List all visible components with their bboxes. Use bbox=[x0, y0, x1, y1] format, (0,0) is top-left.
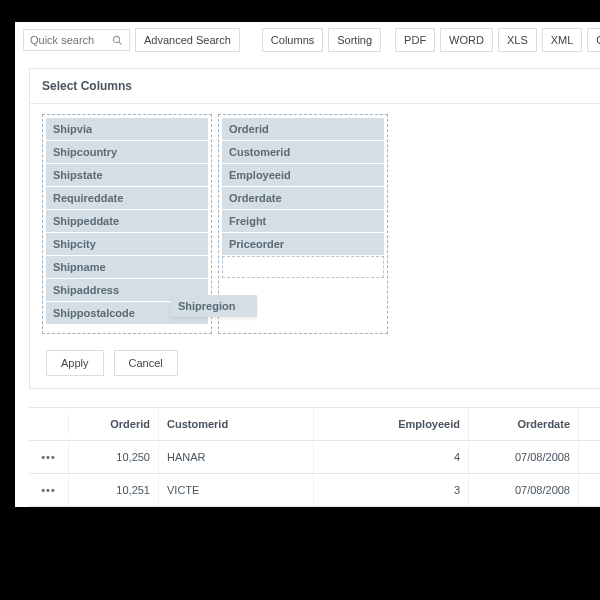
panel-title: Select Columns bbox=[30, 69, 600, 104]
selected-column-item[interactable]: Freight bbox=[222, 210, 384, 232]
quick-search-wrap[interactable] bbox=[23, 29, 130, 51]
apply-button[interactable]: Apply bbox=[46, 350, 104, 376]
search-icon bbox=[112, 35, 123, 46]
cell-spacer bbox=[579, 480, 600, 500]
export-csv-button[interactable]: CSV bbox=[587, 28, 600, 52]
dragging-column-item[interactable]: Shipregion bbox=[171, 295, 257, 317]
export-xls-button[interactable]: XLS bbox=[498, 28, 537, 52]
svg-point-0 bbox=[113, 36, 119, 42]
available-column-item[interactable]: Shipvia bbox=[46, 118, 208, 140]
cell-orderdate: 07/08/2008 bbox=[469, 474, 579, 506]
cancel-button[interactable]: Cancel bbox=[114, 350, 178, 376]
grid-header-orderdate[interactable]: Orderdate bbox=[469, 408, 579, 440]
available-column-item[interactable]: Shippeddate bbox=[46, 210, 208, 232]
sorting-button[interactable]: Sorting bbox=[328, 28, 381, 52]
cell-spacer bbox=[579, 447, 600, 467]
quick-search-input[interactable] bbox=[30, 34, 108, 46]
selected-column-item[interactable]: Orderdate bbox=[222, 187, 384, 209]
toolbar: Advanced Search Columns Sorting PDF WORD… bbox=[15, 22, 600, 58]
table-row: •••10,250HANAR407/08/2008 bbox=[29, 441, 600, 474]
grid-header-spacer bbox=[579, 414, 600, 434]
grid-header-actions bbox=[29, 414, 69, 434]
cell-employeeid: 4 bbox=[314, 441, 469, 473]
grid-header-orderid[interactable]: Orderid bbox=[69, 408, 159, 440]
grid-header-row: Orderid Customerid Employeeid Orderdate bbox=[29, 408, 600, 441]
selected-column-item[interactable]: Employeeid bbox=[222, 164, 384, 186]
selected-columns-list[interactable]: OrderidCustomeridEmployeeidOrderdateFrei… bbox=[218, 114, 388, 334]
available-column-item[interactable]: Shipstate bbox=[46, 164, 208, 186]
cell-orderdate: 07/08/2008 bbox=[469, 441, 579, 473]
cell-customerid: HANAR bbox=[159, 441, 314, 473]
columns-button[interactable]: Columns bbox=[262, 28, 323, 52]
data-grid: Orderid Customerid Employeeid Orderdate … bbox=[29, 407, 600, 507]
select-columns-panel: Select Columns ShipviaShipcountryShipsta… bbox=[29, 68, 600, 389]
row-actions-button[interactable]: ••• bbox=[41, 484, 56, 496]
svg-line-1 bbox=[119, 41, 122, 44]
available-column-item[interactable]: Shipcity bbox=[46, 233, 208, 255]
row-actions-button[interactable]: ••• bbox=[41, 451, 56, 463]
drop-placeholder bbox=[222, 256, 384, 278]
cell-customerid: VICTE bbox=[159, 474, 314, 506]
export-pdf-button[interactable]: PDF bbox=[395, 28, 435, 52]
grid-header-customerid[interactable]: Customerid bbox=[159, 408, 314, 440]
selected-column-item[interactable]: Customerid bbox=[222, 141, 384, 163]
cell-orderid: 10,251 bbox=[69, 474, 159, 506]
selected-column-item[interactable]: Orderid bbox=[222, 118, 384, 140]
advanced-search-button[interactable]: Advanced Search bbox=[135, 28, 240, 52]
table-row: •••10,251VICTE307/08/2008 bbox=[29, 474, 600, 507]
cell-orderid: 10,250 bbox=[69, 441, 159, 473]
available-column-item[interactable]: Requireddate bbox=[46, 187, 208, 209]
available-column-item[interactable]: Shipname bbox=[46, 256, 208, 278]
available-column-item[interactable]: Shipcountry bbox=[46, 141, 208, 163]
export-word-button[interactable]: WORD bbox=[440, 28, 493, 52]
cell-employeeid: 3 bbox=[314, 474, 469, 506]
grid-header-employeeid[interactable]: Employeeid bbox=[314, 408, 469, 440]
selected-column-item[interactable]: Priceorder bbox=[222, 233, 384, 255]
export-xml-button[interactable]: XML bbox=[542, 28, 583, 52]
